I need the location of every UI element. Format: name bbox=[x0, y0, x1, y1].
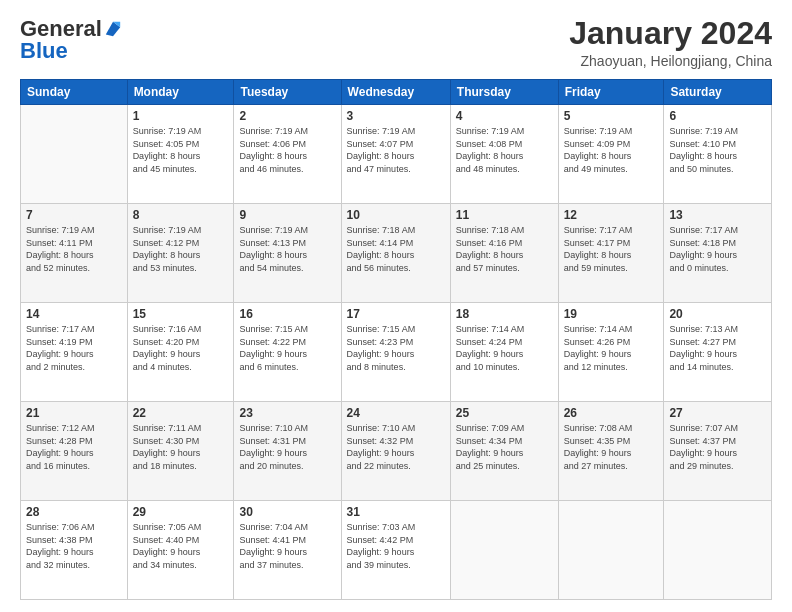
header: General Blue January 2024 Zhaoyuan, Heil… bbox=[20, 16, 772, 69]
day-info: Sunrise: 7:10 AMSunset: 4:31 PMDaylight:… bbox=[239, 422, 335, 472]
day-cell: 18Sunrise: 7:14 AMSunset: 4:24 PMDayligh… bbox=[450, 303, 558, 402]
day-cell: 8Sunrise: 7:19 AMSunset: 4:12 PMDaylight… bbox=[127, 204, 234, 303]
col-header-tuesday: Tuesday bbox=[234, 80, 341, 105]
day-number: 8 bbox=[133, 208, 229, 222]
col-header-saturday: Saturday bbox=[664, 80, 772, 105]
day-cell: 11Sunrise: 7:18 AMSunset: 4:16 PMDayligh… bbox=[450, 204, 558, 303]
day-info: Sunrise: 7:16 AMSunset: 4:20 PMDaylight:… bbox=[133, 323, 229, 373]
day-info: Sunrise: 7:05 AMSunset: 4:40 PMDaylight:… bbox=[133, 521, 229, 571]
day-info: Sunrise: 7:09 AMSunset: 4:34 PMDaylight:… bbox=[456, 422, 553, 472]
day-number: 9 bbox=[239, 208, 335, 222]
day-number: 18 bbox=[456, 307, 553, 321]
day-cell: 29Sunrise: 7:05 AMSunset: 4:40 PMDayligh… bbox=[127, 501, 234, 600]
col-header-thursday: Thursday bbox=[450, 80, 558, 105]
day-number: 2 bbox=[239, 109, 335, 123]
day-info: Sunrise: 7:15 AMSunset: 4:23 PMDaylight:… bbox=[347, 323, 445, 373]
day-cell bbox=[558, 501, 664, 600]
day-cell: 22Sunrise: 7:11 AMSunset: 4:30 PMDayligh… bbox=[127, 402, 234, 501]
day-info: Sunrise: 7:04 AMSunset: 4:41 PMDaylight:… bbox=[239, 521, 335, 571]
day-number: 3 bbox=[347, 109, 445, 123]
day-number: 4 bbox=[456, 109, 553, 123]
day-cell: 13Sunrise: 7:17 AMSunset: 4:18 PMDayligh… bbox=[664, 204, 772, 303]
week-row-4: 21Sunrise: 7:12 AMSunset: 4:28 PMDayligh… bbox=[21, 402, 772, 501]
day-cell bbox=[450, 501, 558, 600]
day-cell: 27Sunrise: 7:07 AMSunset: 4:37 PMDayligh… bbox=[664, 402, 772, 501]
day-cell: 4Sunrise: 7:19 AMSunset: 4:08 PMDaylight… bbox=[450, 105, 558, 204]
week-row-3: 14Sunrise: 7:17 AMSunset: 4:19 PMDayligh… bbox=[21, 303, 772, 402]
day-number: 16 bbox=[239, 307, 335, 321]
day-info: Sunrise: 7:13 AMSunset: 4:27 PMDaylight:… bbox=[669, 323, 766, 373]
day-info: Sunrise: 7:19 AMSunset: 4:11 PMDaylight:… bbox=[26, 224, 122, 274]
day-number: 20 bbox=[669, 307, 766, 321]
col-header-friday: Friday bbox=[558, 80, 664, 105]
day-number: 7 bbox=[26, 208, 122, 222]
day-cell: 9Sunrise: 7:19 AMSunset: 4:13 PMDaylight… bbox=[234, 204, 341, 303]
col-header-sunday: Sunday bbox=[21, 80, 128, 105]
day-number: 22 bbox=[133, 406, 229, 420]
day-number: 28 bbox=[26, 505, 122, 519]
day-number: 21 bbox=[26, 406, 122, 420]
day-info: Sunrise: 7:19 AMSunset: 4:08 PMDaylight:… bbox=[456, 125, 553, 175]
day-info: Sunrise: 7:14 AMSunset: 4:24 PMDaylight:… bbox=[456, 323, 553, 373]
day-number: 29 bbox=[133, 505, 229, 519]
day-number: 6 bbox=[669, 109, 766, 123]
day-number: 17 bbox=[347, 307, 445, 321]
week-row-5: 28Sunrise: 7:06 AMSunset: 4:38 PMDayligh… bbox=[21, 501, 772, 600]
day-info: Sunrise: 7:06 AMSunset: 4:38 PMDaylight:… bbox=[26, 521, 122, 571]
title-block: January 2024 Zhaoyuan, Heilongjiang, Chi… bbox=[569, 16, 772, 69]
day-cell: 7Sunrise: 7:19 AMSunset: 4:11 PMDaylight… bbox=[21, 204, 128, 303]
day-info: Sunrise: 7:18 AMSunset: 4:16 PMDaylight:… bbox=[456, 224, 553, 274]
day-cell: 14Sunrise: 7:17 AMSunset: 4:19 PMDayligh… bbox=[21, 303, 128, 402]
day-info: Sunrise: 7:17 AMSunset: 4:19 PMDaylight:… bbox=[26, 323, 122, 373]
day-info: Sunrise: 7:19 AMSunset: 4:12 PMDaylight:… bbox=[133, 224, 229, 274]
day-cell: 15Sunrise: 7:16 AMSunset: 4:20 PMDayligh… bbox=[127, 303, 234, 402]
day-number: 26 bbox=[564, 406, 659, 420]
day-info: Sunrise: 7:11 AMSunset: 4:30 PMDaylight:… bbox=[133, 422, 229, 472]
day-cell: 10Sunrise: 7:18 AMSunset: 4:14 PMDayligh… bbox=[341, 204, 450, 303]
day-cell: 20Sunrise: 7:13 AMSunset: 4:27 PMDayligh… bbox=[664, 303, 772, 402]
day-cell: 21Sunrise: 7:12 AMSunset: 4:28 PMDayligh… bbox=[21, 402, 128, 501]
day-cell: 24Sunrise: 7:10 AMSunset: 4:32 PMDayligh… bbox=[341, 402, 450, 501]
day-number: 13 bbox=[669, 208, 766, 222]
week-row-1: 1Sunrise: 7:19 AMSunset: 4:05 PMDaylight… bbox=[21, 105, 772, 204]
month-title: January 2024 bbox=[569, 16, 772, 51]
page: General Blue January 2024 Zhaoyuan, Heil… bbox=[0, 0, 792, 612]
location-subtitle: Zhaoyuan, Heilongjiang, China bbox=[569, 53, 772, 69]
day-info: Sunrise: 7:17 AMSunset: 4:18 PMDaylight:… bbox=[669, 224, 766, 274]
day-cell: 2Sunrise: 7:19 AMSunset: 4:06 PMDaylight… bbox=[234, 105, 341, 204]
day-number: 24 bbox=[347, 406, 445, 420]
day-cell bbox=[21, 105, 128, 204]
day-number: 14 bbox=[26, 307, 122, 321]
day-number: 11 bbox=[456, 208, 553, 222]
day-cell bbox=[664, 501, 772, 600]
day-cell: 12Sunrise: 7:17 AMSunset: 4:17 PMDayligh… bbox=[558, 204, 664, 303]
day-number: 27 bbox=[669, 406, 766, 420]
day-info: Sunrise: 7:07 AMSunset: 4:37 PMDaylight:… bbox=[669, 422, 766, 472]
day-cell: 31Sunrise: 7:03 AMSunset: 4:42 PMDayligh… bbox=[341, 501, 450, 600]
day-cell: 25Sunrise: 7:09 AMSunset: 4:34 PMDayligh… bbox=[450, 402, 558, 501]
day-info: Sunrise: 7:03 AMSunset: 4:42 PMDaylight:… bbox=[347, 521, 445, 571]
day-info: Sunrise: 7:17 AMSunset: 4:17 PMDaylight:… bbox=[564, 224, 659, 274]
day-number: 12 bbox=[564, 208, 659, 222]
day-cell: 3Sunrise: 7:19 AMSunset: 4:07 PMDaylight… bbox=[341, 105, 450, 204]
calendar-table: SundayMondayTuesdayWednesdayThursdayFrid… bbox=[20, 79, 772, 600]
day-cell: 16Sunrise: 7:15 AMSunset: 4:22 PMDayligh… bbox=[234, 303, 341, 402]
day-cell: 26Sunrise: 7:08 AMSunset: 4:35 PMDayligh… bbox=[558, 402, 664, 501]
day-info: Sunrise: 7:19 AMSunset: 4:06 PMDaylight:… bbox=[239, 125, 335, 175]
day-number: 30 bbox=[239, 505, 335, 519]
day-number: 15 bbox=[133, 307, 229, 321]
logo-blue: Blue bbox=[20, 38, 68, 64]
logo-icon bbox=[104, 20, 122, 38]
day-info: Sunrise: 7:10 AMSunset: 4:32 PMDaylight:… bbox=[347, 422, 445, 472]
day-info: Sunrise: 7:19 AMSunset: 4:05 PMDaylight:… bbox=[133, 125, 229, 175]
week-row-2: 7Sunrise: 7:19 AMSunset: 4:11 PMDaylight… bbox=[21, 204, 772, 303]
col-header-wednesday: Wednesday bbox=[341, 80, 450, 105]
day-cell: 19Sunrise: 7:14 AMSunset: 4:26 PMDayligh… bbox=[558, 303, 664, 402]
day-info: Sunrise: 7:12 AMSunset: 4:28 PMDaylight:… bbox=[26, 422, 122, 472]
day-info: Sunrise: 7:08 AMSunset: 4:35 PMDaylight:… bbox=[564, 422, 659, 472]
logo: General Blue bbox=[20, 16, 122, 64]
day-number: 1 bbox=[133, 109, 229, 123]
day-info: Sunrise: 7:19 AMSunset: 4:10 PMDaylight:… bbox=[669, 125, 766, 175]
day-info: Sunrise: 7:18 AMSunset: 4:14 PMDaylight:… bbox=[347, 224, 445, 274]
header-row: SundayMondayTuesdayWednesdayThursdayFrid… bbox=[21, 80, 772, 105]
